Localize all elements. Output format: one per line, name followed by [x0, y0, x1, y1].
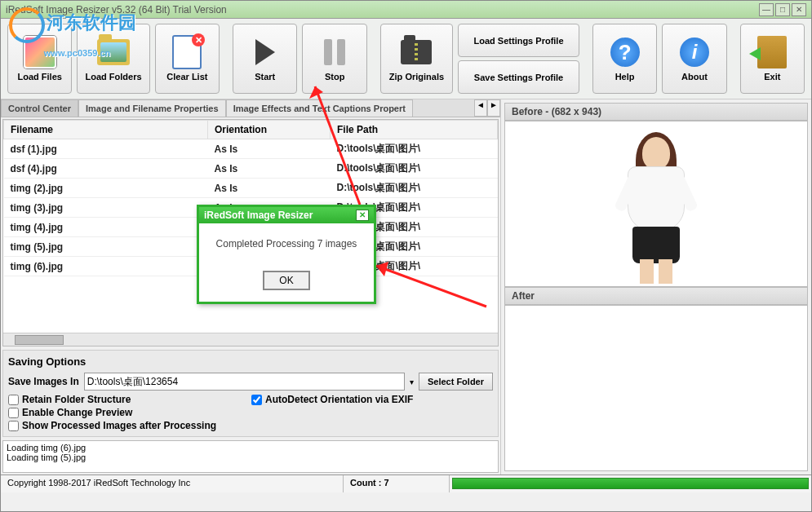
cell-filename: timg (6).jpg: [4, 257, 208, 276]
zip-originals-button[interactable]: Zip Originals: [380, 24, 453, 94]
cell-filename: timg (5).jpg: [4, 237, 208, 257]
copyright-text: Copyright 1998-2017 iRedSoft Technology …: [1, 475, 344, 492]
dialog-titlebar[interactable]: iRedSoft Image Resizer ✕: [199, 207, 374, 223]
enable-preview-checkbox[interactable]: Enable Change Preview: [8, 407, 250, 418]
dialog-message: Completed Processing 7 images: [199, 223, 374, 264]
clear-list-button[interactable]: Clear List: [155, 24, 220, 94]
tab-scroll-right[interactable]: ►: [487, 99, 500, 117]
save-in-input[interactable]: [84, 373, 405, 391]
about-button[interactable]: iAbout: [662, 24, 726, 94]
titlebar: iRedSoft Image Resizer v5.32 (64 Bit) Tr…: [1, 1, 811, 19]
col-orientation[interactable]: Orientation: [208, 121, 331, 139]
cell-filepath: D:\tools\桌面\图片\: [331, 159, 498, 179]
help-icon: ?: [610, 38, 640, 67]
count-text: Count : 7: [344, 475, 450, 492]
cell-filename: timg (3).jpg: [4, 198, 208, 218]
after-preview: [504, 305, 808, 471]
help-button[interactable]: ?Help: [592, 24, 657, 94]
save-in-label: Save Images In: [8, 376, 79, 387]
cell-filename: dsf (1).jpg: [4, 139, 208, 159]
photo-icon: [24, 36, 56, 68]
statusbar: Copyright 1998-2017 iRedSoft Technology …: [1, 474, 811, 492]
cell-filename: timg (4).jpg: [4, 218, 208, 237]
maximize-button[interactable]: □: [775, 3, 790, 16]
log-line: Loading timg (5).jpg: [7, 452, 495, 462]
start-button[interactable]: Start: [233, 24, 297, 94]
exit-icon: [757, 36, 787, 68]
info-icon: i: [680, 38, 709, 67]
cell-orientation: As Is: [208, 179, 331, 198]
horizontal-scrollbar[interactable]: [3, 333, 498, 346]
select-folder-button[interactable]: Select Folder: [419, 373, 493, 391]
toolbar: Load Files Load Folders Clear List Start…: [1, 19, 811, 99]
dialog-title: iRedSoft Image Resizer: [204, 210, 313, 221]
col-filename[interactable]: Filename: [4, 121, 208, 139]
cell-orientation: As Is: [208, 139, 331, 159]
table-row[interactable]: timg (2).jpgAs IsD:\tools\桌面\图片\: [4, 179, 498, 198]
close-button[interactable]: ✕: [792, 3, 806, 16]
tab-image-filename-properties[interactable]: Image and Filename Properties: [78, 99, 226, 117]
before-label: Before - (682 x 943): [504, 103, 808, 121]
stop-button[interactable]: Stop: [302, 24, 366, 94]
play-icon: [255, 39, 275, 65]
after-label: After: [504, 287, 808, 305]
log-line: Loading timg (6).jpg: [7, 443, 495, 452]
preview-image-icon: [607, 130, 705, 277]
dialog-close-button[interactable]: ✕: [356, 210, 369, 221]
window-title: iRedSoft Image Resizer v5.32 (64 Bit) Tr…: [6, 4, 227, 15]
tabs: Control Center Image and Filename Proper…: [1, 99, 500, 117]
save-settings-profile-button[interactable]: Save Settings Profile: [458, 60, 579, 94]
exit-button[interactable]: Exit: [740, 24, 805, 94]
minimize-button[interactable]: —: [759, 3, 774, 16]
load-settings-profile-button[interactable]: Load Settings Profile: [458, 24, 579, 57]
cell-filepath: D:\tools\桌面\图片\: [331, 139, 498, 159]
progress-bar: [450, 475, 811, 492]
load-files-button[interactable]: Load Files: [7, 24, 72, 94]
tab-image-effects[interactable]: Image Effects and Text Captions Propert: [226, 99, 413, 117]
zip-icon: [401, 40, 432, 64]
tab-control-center[interactable]: Control Center: [1, 99, 78, 117]
folder-icon: [97, 39, 130, 65]
clear-icon: [172, 35, 202, 69]
show-processed-checkbox[interactable]: Show Processed Images after Processing: [8, 420, 493, 431]
log-output[interactable]: Loading timg (6).jpg Loading timg (5).jp…: [2, 440, 499, 473]
before-preview: [504, 121, 808, 287]
tab-scroll-left[interactable]: ◄: [474, 99, 487, 117]
cell-filename: timg (2).jpg: [4, 179, 208, 198]
cell-orientation: As Is: [208, 159, 331, 179]
pause-icon: [324, 39, 345, 65]
table-row[interactable]: dsf (1).jpgAs IsD:\tools\桌面\图片\: [4, 139, 498, 159]
load-folders-button[interactable]: Load Folders: [77, 24, 149, 94]
cell-filepath: D:\tools\桌面\图片\: [331, 179, 498, 198]
dialog-ok-button[interactable]: OK: [263, 271, 309, 290]
autodetect-exif-checkbox[interactable]: AutoDetect Orientation via EXIF: [251, 394, 493, 405]
retain-folder-checkbox[interactable]: Retain Folder Structure: [8, 394, 250, 405]
cell-filename: dsf (4).jpg: [4, 159, 208, 179]
saving-options-header: Saving Options: [8, 355, 493, 368]
col-filepath[interactable]: File Path: [331, 121, 498, 139]
table-row[interactable]: dsf (4).jpgAs IsD:\tools\桌面\图片\: [4, 159, 498, 179]
completion-dialog: iRedSoft Image Resizer ✕ Completed Proce…: [197, 205, 376, 304]
saving-options: Saving Options Save Images In ▾ Select F…: [2, 350, 499, 437]
